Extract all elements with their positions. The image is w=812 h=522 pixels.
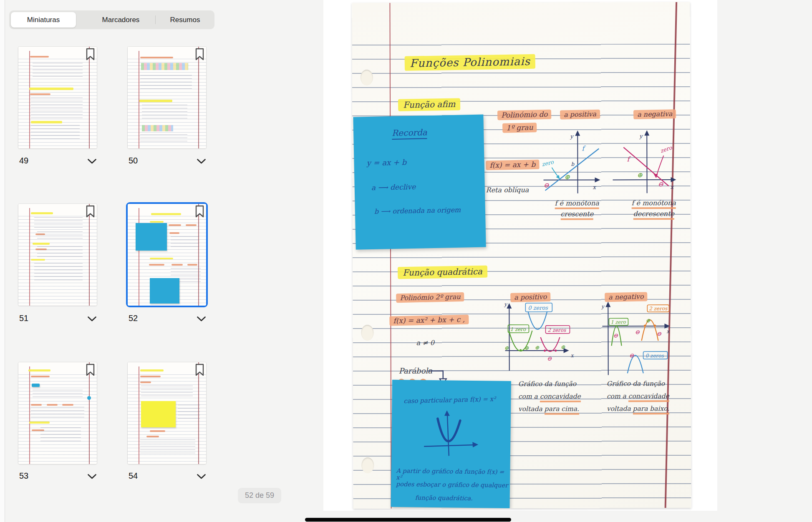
chevron-down-icon[interactable] xyxy=(197,158,206,164)
sticky-line: função quadrática. xyxy=(415,494,473,502)
svg-text:x: x xyxy=(671,184,674,190)
label-polinomio-2grau: Polinómio 2º grau xyxy=(396,293,464,302)
thumbnail-page-49[interactable] xyxy=(18,47,97,148)
condition-a-not-zero: a ≠ 0 xyxy=(416,339,434,347)
bookmark-icon[interactable] xyxy=(195,364,204,376)
thumbnail-image xyxy=(128,204,206,306)
svg-text:y: y xyxy=(570,133,574,140)
thumbnail-page-number: 51 xyxy=(19,314,28,323)
bookmark-icon[interactable] xyxy=(86,48,95,60)
svg-text:1 zero: 1 zero xyxy=(510,326,526,332)
thumbnail-page-51[interactable] xyxy=(18,204,97,306)
heading-funcao-quadratica: Função quadrática xyxy=(398,266,487,279)
heading-funcao-afim: Função afim xyxy=(398,98,460,110)
svg-text:0 zeros: 0 zeros xyxy=(528,305,548,311)
sticky-note-recorda: Recorda y = ax + b a ⟶ declive b ⟶ orden… xyxy=(353,115,486,250)
thumbnail-page-52-selected[interactable] xyxy=(128,204,206,306)
chevron-down-icon[interactable] xyxy=(197,316,206,322)
svg-text:⊖: ⊖ xyxy=(635,329,640,335)
scanned-notebook-page: Funções Polinomiais Função afim Polinómi… xyxy=(352,2,691,509)
chevron-down-icon[interactable] xyxy=(197,474,206,479)
thumbnail-page-54[interactable] xyxy=(128,362,206,464)
parabola-sketch xyxy=(419,408,482,459)
svg-text:y: y xyxy=(504,301,508,307)
svg-text:⊕: ⊕ xyxy=(646,317,650,324)
svg-text:1 zero: 1 zero xyxy=(610,319,626,325)
hole-punch xyxy=(361,457,374,473)
thumbnail-page-number: 49 xyxy=(19,156,28,166)
svg-text:⊖: ⊖ xyxy=(613,332,618,339)
svg-text:⊖: ⊖ xyxy=(544,181,550,189)
svg-text:⊕: ⊕ xyxy=(561,344,565,350)
bookmark-icon[interactable] xyxy=(195,205,204,218)
caption-monotona-decrescente: f é monótona decrescente xyxy=(620,199,687,220)
sticky-line: b ⟶ ordenada na origem xyxy=(374,206,461,216)
svg-text:zero: zero xyxy=(541,159,555,168)
bookmark-icon[interactable] xyxy=(86,205,95,218)
bookmark-icon[interactable] xyxy=(195,48,204,60)
svg-text:⊖: ⊖ xyxy=(629,352,634,359)
svg-text:f: f xyxy=(627,155,631,163)
sidebar-tabbar: Miniaturas Marcadores Resumos xyxy=(9,10,214,29)
thumbnail-page-53[interactable] xyxy=(18,362,97,464)
page-indicator: 52 de 59 xyxy=(238,488,281,503)
tab-miniaturas[interactable]: Miniaturas xyxy=(11,10,76,29)
tab-resumos[interactable]: Resumos xyxy=(156,10,214,29)
thumbnail-page-50[interactable] xyxy=(128,47,206,148)
svg-text:⊕: ⊕ xyxy=(504,345,509,351)
hole-punch xyxy=(361,325,373,341)
svg-text:zero: zero xyxy=(659,144,673,154)
thumbnail-image xyxy=(128,362,206,464)
svg-text:y: y xyxy=(639,133,643,139)
page-title: Funções Polinomiais xyxy=(405,55,535,70)
label-a-negativa: a negativa xyxy=(633,110,676,119)
svg-text:2 zeros: 2 zeros xyxy=(649,306,668,311)
graph-quadratic-negative: x y 1 zero ⊖ 2 zeros ⊕ ⊖ ⊖ 0 zeros ⊖ xyxy=(600,299,683,379)
thumbnail-page-number: 54 xyxy=(129,471,138,481)
thumbnail-page-number: 52 xyxy=(129,314,138,323)
formula-quadratic: f(x) = ax² + bx + c , xyxy=(389,315,469,325)
svg-text:⊕: ⊕ xyxy=(564,173,570,181)
sticky-note-parabola: caso particular para f(x) = x² A partir … xyxy=(391,380,511,508)
svg-text:⊕: ⊕ xyxy=(535,344,540,351)
graph-quadratic-positive: x y 0 zeros 1 zero ⊕ ⊕ ⊕ 2 zeros ⊖ ⊕ xyxy=(504,301,587,374)
svg-text:f: f xyxy=(582,145,586,153)
sticky-line: y = ax + b xyxy=(366,158,406,167)
svg-text:⊖: ⊖ xyxy=(656,330,661,337)
sticky-title: Recorda xyxy=(392,127,427,140)
svg-text:⊕: ⊕ xyxy=(525,345,529,351)
hole-punch xyxy=(361,70,373,85)
svg-text:b: b xyxy=(571,161,575,167)
graph-affine-positive: y x f b zero ⊕ ⊖ xyxy=(540,127,603,196)
thumbnail-image xyxy=(18,47,97,148)
thumbnail-image xyxy=(18,204,97,306)
svg-text:x: x xyxy=(666,329,670,334)
document-viewer-canvas[interactable]: Funções Polinomiais Função afim Polinómi… xyxy=(323,0,717,511)
chevron-down-icon[interactable] xyxy=(87,474,97,479)
caption-concavity-down: Gráfico da função com a concavidade volt… xyxy=(607,377,690,415)
thumbnail-page-number: 53 xyxy=(19,471,28,481)
horizontal-scrollbar[interactable] xyxy=(305,518,511,522)
caption-concavity-up: Gráfico da função com a concavidade volt… xyxy=(518,377,602,415)
tab-marcadores[interactable]: Marcadores xyxy=(86,10,155,29)
formula-affine: f(x) = ax + b xyxy=(486,160,539,170)
svg-text:x: x xyxy=(593,184,597,191)
sticky-line: caso particular para f(x) = x² xyxy=(403,395,496,405)
svg-text:x: x xyxy=(571,353,574,359)
sticky-line: podes esboçar o gráfico de qualquer xyxy=(396,481,508,489)
svg-text:2 zeros: 2 zeros xyxy=(547,327,566,333)
thumbnail-image xyxy=(18,362,97,464)
graph-affine-negative: y x f zero ⊕ ⊖ xyxy=(610,127,680,196)
thumbnail-image xyxy=(128,47,206,148)
thumbnail-page-number: 50 xyxy=(129,156,138,166)
label-reta-obliqua: Reta oblíqua xyxy=(486,186,529,194)
svg-text:0 zeros: 0 zeros xyxy=(646,353,664,359)
svg-text:⊖: ⊖ xyxy=(547,355,552,362)
bookmark-icon[interactable] xyxy=(86,364,95,376)
caption-monotona-crescente: f é monótona crescente xyxy=(544,199,610,220)
label-a-positiva: a positiva xyxy=(560,110,600,119)
chevron-down-icon[interactable] xyxy=(87,316,97,322)
chevron-down-icon[interactable] xyxy=(87,158,97,164)
svg-text:⊕: ⊕ xyxy=(637,171,643,179)
sticky-line: a ⟶ declive xyxy=(371,183,416,192)
